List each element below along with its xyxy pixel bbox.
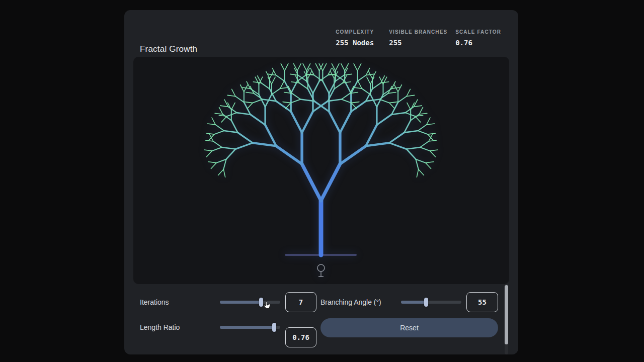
- stats-bar: COMPLEXITY 255 Nodes VISIBLE BRANCHES 25…: [336, 29, 501, 47]
- branching-angle-slider[interactable]: [401, 298, 461, 307]
- stat-complexity-value: 255 Nodes: [336, 39, 381, 47]
- iterations-slider-fill: [220, 301, 261, 304]
- branching-angle-slider-fill: [401, 301, 426, 304]
- length-ratio-value-input[interactable]: [285, 327, 316, 347]
- iterations-slider[interactable]: [220, 298, 280, 307]
- branching-angle-slider-thumb[interactable]: [424, 298, 428, 307]
- fractal-tree-svg: [133, 57, 509, 284]
- sapling-icon: [317, 264, 325, 277]
- iterations-slider-thumb[interactable]: [259, 298, 263, 307]
- fractal-canvas: [133, 57, 509, 284]
- stat-visible-branches: VISIBLE BRANCHES 255: [389, 29, 447, 47]
- reset-button[interactable]: Reset: [320, 318, 498, 337]
- length-ratio-slider-fill: [220, 326, 274, 329]
- branching-angle-label: Branching Angle (°): [320, 298, 381, 306]
- stat-scale-factor-label: SCALE FACTOR: [455, 29, 501, 35]
- stat-visible-branches-label: VISIBLE BRANCHES: [389, 29, 447, 35]
- length-ratio-slider-thumb[interactable]: [272, 323, 276, 332]
- fractal-tree: [204, 64, 438, 255]
- stat-complexity-label: COMPLEXITY: [336, 29, 381, 35]
- scrollbar-thumb[interactable]: [505, 285, 508, 344]
- stat-scale-factor-value: 0.76: [455, 39, 501, 47]
- stat-complexity: COMPLEXITY 255 Nodes: [336, 29, 381, 47]
- branching-angle-value-input[interactable]: [466, 292, 498, 312]
- stat-visible-branches-value: 255: [389, 39, 447, 47]
- fractal-growth-panel: Fractal Growth COMPLEXITY 255 Nodes VISI…: [124, 10, 518, 354]
- iterations-label: Iterations: [140, 298, 169, 306]
- stat-scale-factor: SCALE FACTOR 0.76: [455, 29, 501, 47]
- page-title: Fractal Growth: [140, 44, 197, 54]
- iterations-value-input[interactable]: [285, 292, 316, 312]
- length-ratio-label: Length Ratio: [140, 323, 180, 331]
- length-ratio-slider[interactable]: [220, 323, 280, 332]
